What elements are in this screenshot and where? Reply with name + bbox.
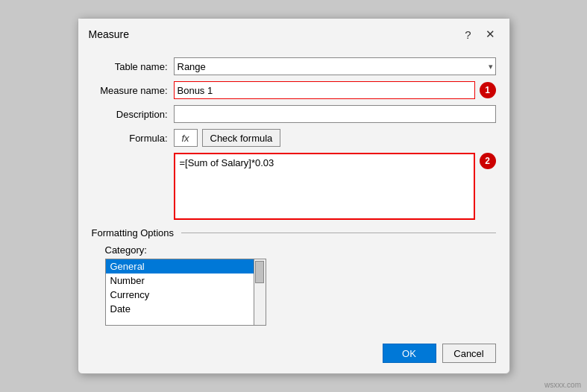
divider-line xyxy=(181,233,495,233)
list-item[interactable]: Number xyxy=(106,274,254,288)
formula-area-wrapper: =[Sum of Salary]*0.03 2 xyxy=(174,153,496,220)
list-item[interactable]: General xyxy=(106,259,254,274)
description-row: Description: xyxy=(92,105,496,123)
category-container: Category: General Number Currency Date xyxy=(105,244,496,326)
category-scrollbar[interactable] xyxy=(254,259,266,326)
close-button[interactable]: ✕ xyxy=(483,26,499,42)
fx-button[interactable]: fx xyxy=(174,129,198,147)
measure-name-input[interactable] xyxy=(174,81,475,99)
formula-badge: 2 xyxy=(480,153,496,169)
scrollbar-thumb xyxy=(255,261,264,283)
category-label: Category: xyxy=(105,244,496,256)
dialog-body: Table name: Range ▾ Measure name: 1 Desc… xyxy=(78,48,509,336)
formatting-section-label: Formatting Options xyxy=(92,227,175,238)
title-bar-buttons: ? ✕ xyxy=(460,26,499,42)
check-formula-button[interactable]: Check formula xyxy=(202,129,281,147)
measure-name-label: Measure name: xyxy=(92,85,174,96)
measure-badge: 1 xyxy=(480,82,496,98)
list-item[interactable]: Currency xyxy=(106,288,254,302)
table-name-select[interactable]: Range xyxy=(174,57,496,75)
category-list-wrapper: General Number Currency Date xyxy=(105,259,496,326)
title-bar: Measure ? ✕ xyxy=(78,19,509,48)
formula-label: Formula: xyxy=(92,133,174,144)
help-button[interactable]: ? xyxy=(460,26,477,42)
table-name-label: Table name: xyxy=(92,61,174,72)
formula-area-row: =[Sum of Salary]*0.03 2 xyxy=(92,153,496,220)
formula-row: Formula: fx Check formula xyxy=(92,129,496,147)
measure-dialog: Measure ? ✕ Table name: Range ▾ Measure … xyxy=(78,18,510,374)
table-name-row: Table name: Range ▾ xyxy=(92,57,496,75)
dialog-footer: OK Cancel xyxy=(78,336,509,373)
description-input[interactable] xyxy=(174,105,496,123)
watermark: wsxxx.com xyxy=(544,381,581,389)
table-name-select-wrapper: Range ▾ xyxy=(174,57,496,75)
category-list[interactable]: General Number Currency Date xyxy=(105,259,254,326)
cancel-button[interactable]: Cancel xyxy=(442,344,496,363)
list-item[interactable]: Date xyxy=(106,302,254,316)
measure-name-wrapper: 1 xyxy=(174,81,496,99)
formatting-section-divider: Formatting Options xyxy=(92,227,496,238)
formula-textarea[interactable]: =[Sum of Salary]*0.03 xyxy=(174,153,475,220)
measure-name-row: Measure name: 1 xyxy=(92,81,496,99)
dialog-title: Measure xyxy=(89,28,129,40)
description-label: Description: xyxy=(92,109,174,120)
ok-button[interactable]: OK xyxy=(383,344,436,363)
